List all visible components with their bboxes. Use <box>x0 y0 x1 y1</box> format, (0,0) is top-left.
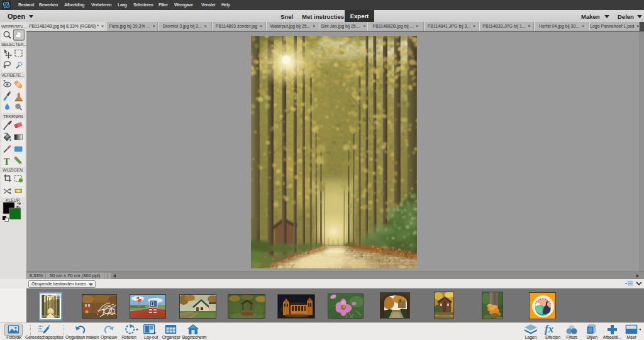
svg-text:T: T <box>4 157 10 167</box>
